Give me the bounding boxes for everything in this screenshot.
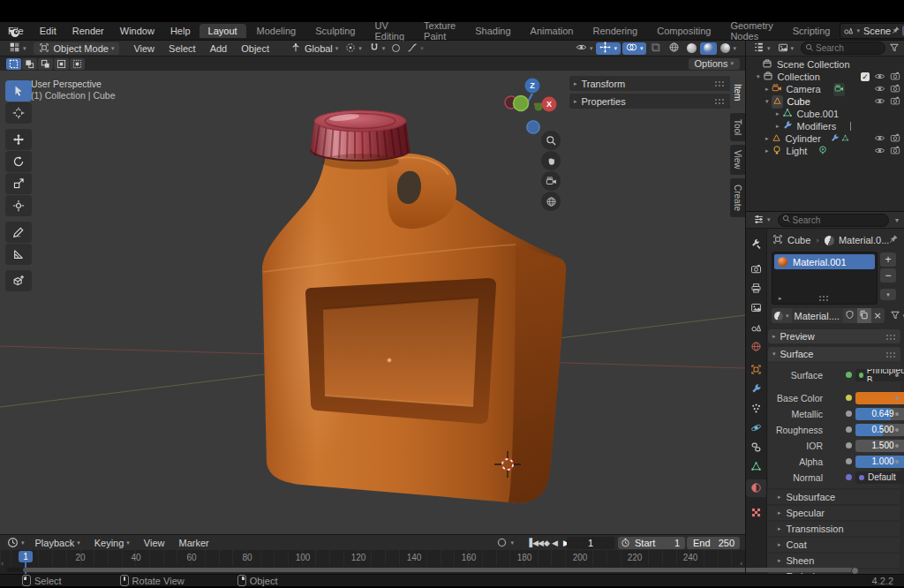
npanel-transform-section[interactable]: ▸Transform [569, 76, 730, 91]
tool-add-cube[interactable] [5, 270, 32, 291]
camera-data-badge-icon[interactable] [833, 83, 845, 96]
tab-physics[interactable] [746, 419, 766, 437]
modifier-badge-icon[interactable] [830, 133, 840, 145]
outliner-row-cube-001[interactable]: ▸ Cube.001 [746, 108, 904, 120]
tab-material[interactable] [746, 479, 766, 497]
proportional-falloff-dropdown[interactable]: ▾ [403, 42, 427, 55]
menu-help[interactable]: Help [162, 26, 199, 36]
mesh-data-badge-icon[interactable] [841, 133, 849, 144]
material-icon[interactable] [825, 236, 834, 245]
menu-view[interactable]: View [126, 43, 162, 54]
render-visibility-icon[interactable] [890, 132, 900, 145]
jump-to-start-button[interactable]: ▐◀ [526, 539, 538, 547]
sidebar-tab-tool[interactable]: Tool [730, 113, 745, 141]
tab-particles[interactable] [746, 400, 766, 418]
hide-eye-icon[interactable] [874, 95, 885, 109]
timeline-ruler[interactable]: 20 40 60 80 100 120 140 160 180 200 220 … [0, 550, 745, 574]
browse-material-dropdown[interactable]: ▾ [772, 308, 792, 323]
outliner-row-collection[interactable]: ▾ Collection ✓ [746, 71, 904, 83]
shading-wireframe-button[interactable] [665, 42, 683, 55]
tab-modifiers[interactable] [746, 381, 766, 398]
select-mode-intersect-button[interactable] [70, 58, 85, 70]
tab-tool[interactable] [746, 236, 766, 253]
object-icon[interactable] [772, 234, 783, 246]
tab-view-layer[interactable] [746, 299, 766, 317]
panel-subsurface[interactable]: ▸Subsurface [767, 490, 900, 504]
outliner-row-cylinder[interactable]: ▸ Cylinder [746, 132, 904, 145]
snap-toggle[interactable]: ▾ [365, 42, 389, 55]
tab-output[interactable] [746, 280, 766, 298]
material-name-field[interactable]: Material.... [792, 308, 843, 323]
pan-button[interactable] [541, 151, 561, 170]
jug-object[interactable] [260, 110, 566, 503]
material-slot-list[interactable]: Material.001 ▸ [772, 252, 878, 305]
jump-prev-keyframe-button[interactable]: ◀◆ [538, 539, 549, 547]
scene-name[interactable]: Scene [863, 26, 891, 36]
new-material-button[interactable] [857, 308, 871, 323]
blender-logo-icon[interactable] [7, 25, 21, 41]
xray-toggle[interactable] [646, 42, 665, 55]
panel-sheen[interactable]: ▸Sheen [767, 554, 900, 568]
outliner-row-camera[interactable]: ▸ Camera [746, 83, 904, 95]
properties-search[interactable] [778, 214, 889, 227]
tab-object-data[interactable] [746, 458, 766, 476]
properties-search-input[interactable] [791, 215, 856, 226]
gizmo-y-ball[interactable] [514, 96, 529, 111]
render-visibility-icon[interactable] [890, 83, 900, 95]
menu-add[interactable]: Add [203, 43, 235, 54]
animate-dot[interactable] [895, 396, 899, 400]
vector-socket-dot[interactable] [846, 474, 852, 480]
outliner-row-scene-collection[interactable]: Scene Collection [746, 58, 904, 71]
show-overlays-toggle[interactable]: ▾ [622, 42, 647, 55]
show-gizmo-toggle[interactable]: ▾ [596, 42, 621, 55]
workspace-tab-layout[interactable]: Layout [200, 24, 246, 38]
workspace-tab-texture-paint[interactable]: Texture Paint [415, 19, 464, 43]
outliner-search[interactable] [801, 41, 885, 55]
tool-cursor[interactable] [5, 102, 32, 124]
frame-start-field[interactable]: Start 1 [618, 537, 685, 549]
editor-divider-vertical[interactable] [745, 41, 746, 574]
current-frame-field[interactable]: 1 [567, 537, 614, 549]
panel-preview[interactable]: ▸Preview [768, 329, 900, 343]
options-dropdown[interactable]: Options▾ [689, 58, 740, 70]
select-mode-subtract-button[interactable] [38, 58, 53, 70]
auto-keying-record-button[interactable] [496, 537, 508, 550]
tool-move[interactable] [5, 129, 32, 150]
shading-material-preview-button[interactable] [700, 42, 717, 55]
navigation-gizmo[interactable]: X Z [505, 79, 557, 134]
outliner-row-light[interactable]: ▸ Light [746, 145, 904, 157]
tab-render[interactable] [746, 260, 766, 278]
show-object-types-dropdown[interactable]: ▾ [572, 42, 597, 55]
timeline-expand-arrow[interactable]: ‹ [1, 560, 4, 568]
value-socket-dot[interactable] [846, 411, 852, 417]
render-visibility-icon[interactable] [890, 95, 900, 108]
keying-set-dropdown[interactable]: ▾ [510, 539, 514, 547]
material-specials-dropdown[interactable]: ▾ [890, 310, 904, 322]
timeline-scrollbar[interactable] [23, 568, 858, 572]
animate-dot[interactable] [895, 444, 899, 448]
animate-dot[interactable] [895, 460, 899, 464]
workspace-tab-uv-editing[interactable]: UV Editing [365, 19, 413, 43]
frame-end-field[interactable]: End 250 [687, 537, 740, 549]
menu-render[interactable]: Render [64, 26, 112, 36]
pivot-point-dropdown[interactable]: ▾ [342, 42, 365, 55]
play-reverse-button[interactable]: ◀ [549, 539, 561, 547]
properties-options-dropdown[interactable]: ▾ [895, 216, 899, 224]
outliner-row-modifiers[interactable]: ▸ Modifiers [746, 120, 904, 132]
shading-solid-button[interactable] [683, 42, 700, 55]
gizmo-neg-z-ball[interactable] [527, 121, 539, 133]
drag-grip-icon[interactable] [885, 351, 897, 358]
menu-window[interactable]: Window [112, 26, 162, 36]
npanel-properties-section[interactable]: ▸Properties [569, 94, 730, 109]
shader-socket-dot[interactable] [846, 372, 852, 378]
light-data-badge-icon[interactable] [817, 145, 828, 157]
workspace-tab-modeling[interactable]: Modeling [248, 24, 305, 38]
mode-selector[interactable]: Object Mode ▾ [34, 42, 120, 55]
outliner-display-mode-dropdown[interactable]: ▾ [774, 42, 798, 55]
filter-icon[interactable] [889, 42, 900, 55]
sidebar-tab-view[interactable]: View [730, 145, 745, 175]
menu-edit[interactable]: Edit [32, 26, 64, 36]
workspace-tab-shading[interactable]: Shading [466, 24, 519, 38]
sidebar-tab-item[interactable]: Item [730, 76, 745, 109]
menu-marker[interactable]: Marker [171, 538, 215, 548]
